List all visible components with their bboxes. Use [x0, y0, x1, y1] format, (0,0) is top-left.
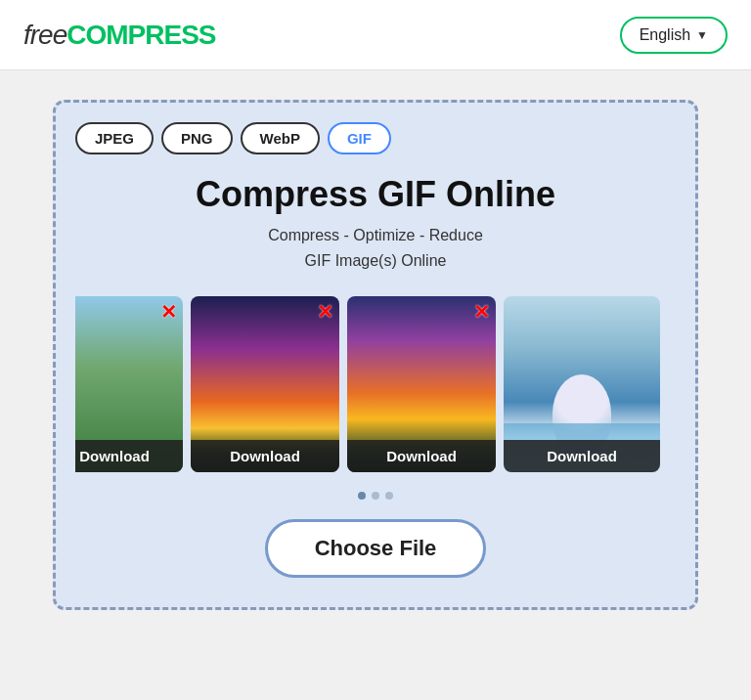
download-button[interactable]: Download: [75, 440, 183, 472]
subtitle-line2: GIF Image(s) Online: [305, 252, 447, 269]
format-tabs: JPEG PNG WebP GIF: [75, 122, 391, 154]
download-button[interactable]: Download: [504, 440, 660, 472]
tab-jpeg[interactable]: JPEG: [75, 122, 154, 154]
close-icon[interactable]: ✕: [317, 302, 333, 322]
tab-png[interactable]: PNG: [161, 122, 233, 154]
logo-free-text: free: [23, 20, 66, 50]
choose-file-label: Choose File: [315, 536, 437, 560]
image-card: ✕ Download: [347, 296, 496, 472]
image-cards-row: ✕ Download ✕ Download ✕ Download: [75, 296, 676, 472]
pagination-dots: [358, 492, 393, 500]
tab-webp[interactable]: WebP: [241, 122, 320, 154]
dot-indicator: [372, 492, 379, 500]
chevron-down-icon: ▼: [696, 28, 708, 42]
download-label: Download: [386, 448, 457, 464]
choose-file-button[interactable]: Choose File: [265, 519, 487, 578]
image-card: Download: [504, 296, 660, 472]
language-label: English: [640, 26, 690, 44]
logo: freeCOMPRESS: [23, 20, 216, 51]
subtitle-line1: Compress - Optimize - Reduce: [268, 227, 483, 243]
logo-compress-text: COMPRESS: [66, 20, 215, 50]
page-title: Compress GIF Online: [196, 174, 555, 215]
tab-gif[interactable]: GIF: [328, 122, 391, 154]
download-button[interactable]: Download: [191, 440, 339, 472]
download-label: Download: [547, 448, 617, 464]
image-card: ✕ Download: [191, 296, 339, 472]
dot-indicator: [358, 492, 366, 500]
language-button[interactable]: English ▼: [620, 17, 728, 54]
main-content: JPEG PNG WebP GIF Compress GIF Online Co…: [0, 70, 751, 639]
close-icon[interactable]: ✕: [160, 302, 177, 322]
image-card: ✕ Download: [75, 296, 183, 472]
compress-subtitle: Compress - Optimize - Reduce GIF Image(s…: [268, 223, 483, 273]
download-button[interactable]: Download: [347, 440, 496, 472]
dot-indicator: [385, 492, 393, 500]
download-label: Download: [79, 448, 150, 464]
header: freeCOMPRESS English ▼: [0, 0, 751, 70]
download-label: Download: [230, 448, 300, 464]
close-icon[interactable]: ✕: [473, 302, 490, 322]
compress-box: JPEG PNG WebP GIF Compress GIF Online Co…: [53, 100, 698, 610]
